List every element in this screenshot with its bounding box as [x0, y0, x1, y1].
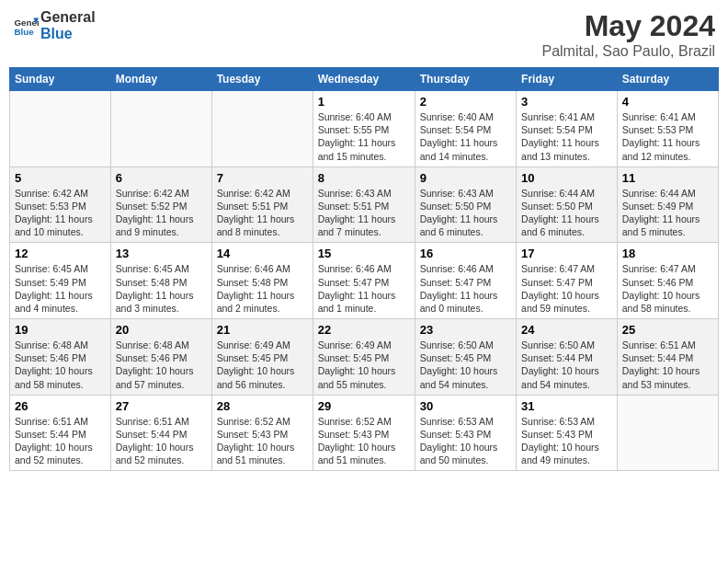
- day-number: 21: [217, 323, 308, 337]
- day-info: Sunrise: 6:50 AM Sunset: 5:45 PM Dayligh…: [420, 339, 511, 391]
- day-info: Sunrise: 6:45 AM Sunset: 5:48 PM Dayligh…: [116, 262, 207, 315]
- weekday-header-row: SundayMondayTuesdayWednesdayThursdayFrid…: [10, 68, 719, 91]
- day-number: 27: [116, 399, 207, 413]
- day-number: 10: [521, 171, 612, 185]
- calendar-cell: 10Sunrise: 6:44 AM Sunset: 5:50 PM Dayli…: [517, 167, 618, 243]
- calendar-table: SundayMondayTuesdayWednesdayThursdayFrid…: [9, 67, 719, 471]
- calendar-cell: 6Sunrise: 6:42 AM Sunset: 5:52 PM Daylig…: [110, 167, 211, 243]
- day-info: Sunrise: 6:41 AM Sunset: 5:53 PM Dayligh…: [622, 110, 713, 163]
- day-info: Sunrise: 6:52 AM Sunset: 5:43 PM Dayligh…: [318, 415, 410, 467]
- month-year-title: May 2024: [541, 9, 715, 43]
- day-info: Sunrise: 6:46 AM Sunset: 5:47 PM Dayligh…: [420, 262, 511, 315]
- calendar-cell: 12Sunrise: 6:45 AM Sunset: 5:49 PM Dayli…: [10, 243, 111, 319]
- calendar-cell: 5Sunrise: 6:42 AM Sunset: 5:53 PM Daylig…: [10, 167, 111, 243]
- day-info: Sunrise: 6:43 AM Sunset: 5:50 PM Dayligh…: [420, 187, 511, 239]
- day-number: 4: [622, 95, 713, 109]
- day-number: 12: [15, 247, 106, 260]
- calendar-week-row: 5Sunrise: 6:42 AM Sunset: 5:53 PM Daylig…: [10, 167, 719, 243]
- calendar-week-row: 19Sunrise: 6:48 AM Sunset: 5:46 PM Dayli…: [10, 319, 719, 396]
- calendar-cell: 26Sunrise: 6:51 AM Sunset: 5:44 PM Dayli…: [10, 395, 111, 471]
- day-number: 20: [116, 323, 207, 337]
- day-info: Sunrise: 6:46 AM Sunset: 5:47 PM Dayligh…: [318, 262, 410, 315]
- logo-blue: Blue: [40, 26, 96, 42]
- day-info: Sunrise: 6:49 AM Sunset: 5:45 PM Dayligh…: [217, 339, 308, 391]
- day-number: 15: [318, 247, 410, 260]
- calendar-cell: 18Sunrise: 6:47 AM Sunset: 5:46 PM Dayli…: [617, 243, 718, 319]
- day-info: Sunrise: 6:41 AM Sunset: 5:54 PM Dayligh…: [521, 110, 612, 163]
- day-number: 8: [318, 171, 410, 185]
- day-number: 11: [622, 171, 713, 185]
- weekday-header-wednesday: Wednesday: [313, 68, 415, 91]
- day-info: Sunrise: 6:51 AM Sunset: 5:44 PM Dayligh…: [116, 415, 207, 467]
- calendar-cell: 24Sunrise: 6:50 AM Sunset: 5:44 PM Dayli…: [517, 319, 618, 396]
- day-number: 7: [217, 171, 308, 185]
- day-number: 17: [521, 247, 612, 260]
- day-info: Sunrise: 6:46 AM Sunset: 5:48 PM Dayligh…: [217, 262, 308, 315]
- logo: General Blue General Blue: [13, 9, 96, 41]
- day-number: 28: [217, 399, 308, 413]
- day-number: 9: [420, 171, 511, 185]
- calendar-cell: 13Sunrise: 6:45 AM Sunset: 5:48 PM Dayli…: [110, 243, 211, 319]
- day-info: Sunrise: 6:53 AM Sunset: 5:43 PM Dayligh…: [521, 415, 612, 467]
- day-number: 26: [15, 399, 106, 413]
- calendar-cell: 15Sunrise: 6:46 AM Sunset: 5:47 PM Dayli…: [313, 243, 415, 319]
- logo-icon: General Blue: [13, 13, 39, 39]
- day-info: Sunrise: 6:42 AM Sunset: 5:53 PM Dayligh…: [15, 187, 106, 239]
- day-number: 16: [420, 247, 511, 260]
- day-number: 29: [318, 399, 410, 413]
- calendar-cell: 20Sunrise: 6:48 AM Sunset: 5:46 PM Dayli…: [110, 319, 211, 396]
- day-number: 31: [521, 399, 612, 413]
- day-number: 1: [318, 95, 410, 109]
- weekday-header-thursday: Thursday: [415, 68, 516, 91]
- calendar-week-row: 26Sunrise: 6:51 AM Sunset: 5:44 PM Dayli…: [10, 395, 719, 471]
- calendar-cell: [617, 395, 718, 471]
- svg-text:Blue: Blue: [14, 26, 34, 36]
- calendar-cell: 22Sunrise: 6:49 AM Sunset: 5:45 PM Dayli…: [313, 319, 415, 396]
- calendar-cell: 27Sunrise: 6:51 AM Sunset: 5:44 PM Dayli…: [110, 395, 211, 471]
- calendar-cell: 16Sunrise: 6:46 AM Sunset: 5:47 PM Dayli…: [415, 243, 516, 319]
- day-number: 30: [420, 399, 511, 413]
- calendar-cell: 17Sunrise: 6:47 AM Sunset: 5:47 PM Dayli…: [517, 243, 618, 319]
- calendar-cell: 31Sunrise: 6:53 AM Sunset: 5:43 PM Dayli…: [517, 395, 618, 471]
- weekday-header-tuesday: Tuesday: [211, 68, 313, 91]
- calendar-cell: [211, 91, 313, 167]
- calendar-cell: 30Sunrise: 6:53 AM Sunset: 5:43 PM Dayli…: [415, 395, 516, 471]
- day-number: 6: [116, 171, 207, 185]
- day-info: Sunrise: 6:48 AM Sunset: 5:46 PM Dayligh…: [15, 339, 106, 391]
- logo-general: General: [40, 9, 96, 26]
- calendar-cell: 7Sunrise: 6:42 AM Sunset: 5:51 PM Daylig…: [211, 167, 313, 243]
- day-number: 22: [318, 323, 410, 337]
- day-number: 24: [521, 323, 612, 337]
- day-info: Sunrise: 6:40 AM Sunset: 5:55 PM Dayligh…: [318, 110, 410, 163]
- calendar-cell: 14Sunrise: 6:46 AM Sunset: 5:48 PM Dayli…: [211, 243, 313, 319]
- day-info: Sunrise: 6:47 AM Sunset: 5:47 PM Dayligh…: [521, 262, 612, 315]
- day-info: Sunrise: 6:47 AM Sunset: 5:46 PM Dayligh…: [622, 262, 713, 315]
- day-number: 25: [622, 323, 713, 337]
- day-number: 13: [116, 247, 207, 260]
- day-info: Sunrise: 6:51 AM Sunset: 5:44 PM Dayligh…: [622, 339, 713, 391]
- weekday-header-saturday: Saturday: [617, 68, 718, 91]
- calendar-cell: [10, 91, 111, 167]
- day-info: Sunrise: 6:45 AM Sunset: 5:49 PM Dayligh…: [15, 262, 106, 315]
- day-info: Sunrise: 6:53 AM Sunset: 5:43 PM Dayligh…: [420, 415, 511, 467]
- day-number: 3: [521, 95, 612, 109]
- page-header: General Blue General Blue May 2024 Palmi…: [9, 9, 719, 60]
- weekday-header-monday: Monday: [110, 68, 211, 91]
- title-block: May 2024 Palmital, Sao Paulo, Brazil: [541, 9, 715, 60]
- day-info: Sunrise: 6:44 AM Sunset: 5:50 PM Dayligh…: [521, 187, 612, 239]
- day-number: 19: [15, 323, 106, 337]
- calendar-cell: 21Sunrise: 6:49 AM Sunset: 5:45 PM Dayli…: [211, 319, 313, 396]
- calendar-cell: 29Sunrise: 6:52 AM Sunset: 5:43 PM Dayli…: [313, 395, 415, 471]
- day-number: 23: [420, 323, 511, 337]
- day-number: 2: [420, 95, 511, 109]
- calendar-cell: 25Sunrise: 6:51 AM Sunset: 5:44 PM Dayli…: [617, 319, 718, 396]
- calendar-cell: 9Sunrise: 6:43 AM Sunset: 5:50 PM Daylig…: [415, 167, 516, 243]
- calendar-cell: 3Sunrise: 6:41 AM Sunset: 5:54 PM Daylig…: [517, 91, 618, 167]
- day-number: 5: [15, 171, 106, 185]
- calendar-cell: 19Sunrise: 6:48 AM Sunset: 5:46 PM Dayli…: [10, 319, 111, 396]
- calendar-cell: 23Sunrise: 6:50 AM Sunset: 5:45 PM Dayli…: [415, 319, 516, 396]
- calendar-cell: [110, 91, 211, 167]
- day-info: Sunrise: 6:51 AM Sunset: 5:44 PM Dayligh…: [15, 415, 106, 467]
- calendar-cell: 28Sunrise: 6:52 AM Sunset: 5:43 PM Dayli…: [211, 395, 313, 471]
- day-info: Sunrise: 6:42 AM Sunset: 5:52 PM Dayligh…: [116, 187, 207, 239]
